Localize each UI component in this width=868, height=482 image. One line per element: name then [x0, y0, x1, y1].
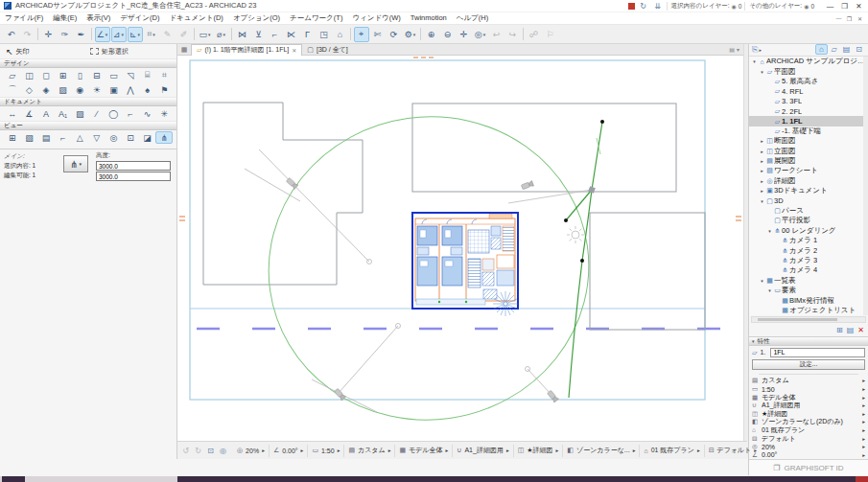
zoom-forward-button[interactable]: ↻: [192, 447, 204, 455]
interior-elevation-tool[interactable]: ▽: [88, 131, 106, 144]
camera-settings-button[interactable]: ⋔▾: [63, 155, 88, 172]
elevation-marker-east[interactable]: [736, 217, 741, 220]
doc-restore-button[interactable]: ❐: [844, 15, 855, 22]
tree-item-camera-3[interactable]: ⋔ カメラ 3: [749, 256, 868, 265]
tree-story-1-selected[interactable]: ▱ 1. 1FL: [749, 116, 868, 126]
fit-in-window-button[interactable]: ⊡: [204, 447, 217, 455]
rebuild-button[interactable]: ⟳: [387, 27, 402, 42]
tree-story-2[interactable]: ▱ 2. 2FL: [749, 106, 868, 116]
quick-model-view-options[interactable]: ◫ ★詳細図 ▸: [513, 445, 563, 457]
tab-floor-plan[interactable]: ▱ (!) 1. 1階平面詳細図 [1. 1FL] ✕: [191, 44, 302, 56]
camera-tool[interactable]: ⋔: [155, 131, 173, 144]
pick-up-parameters-button[interactable]: ✑: [58, 27, 73, 42]
tree-folder-floor-plans[interactable]: ▾ ▱ 平面図: [749, 66, 868, 76]
tree-item-camera-1[interactable]: ⋔ カメラ 1: [749, 236, 868, 245]
door-tool[interactable]: ◫: [21, 69, 38, 81]
project-chooser-icon[interactable]: ⎘: [752, 45, 758, 55]
menu-design[interactable]: デザイン(D): [115, 13, 164, 23]
tab-options-icon[interactable]: ▤: [729, 46, 735, 53]
snap-references-toggle[interactable]: ⊿: [111, 27, 127, 42]
tree-item-perspective[interactable]: ▢ パース: [749, 206, 868, 216]
chevron-down-icon[interactable]: ▾: [737, 46, 739, 53]
object-tool[interactable]: ▣: [106, 83, 123, 96]
tree-vertical-scrollbar[interactable]: [863, 57, 868, 315]
menu-options[interactable]: オプション(O): [228, 13, 285, 23]
roof-tool[interactable]: ◹: [122, 69, 139, 81]
tree-story-5[interactable]: ▱ 5. 最高高さ: [749, 77, 868, 86]
restore-button[interactable]: ❐: [837, 0, 852, 11]
marquee-method-button[interactable]: ▭: [198, 27, 213, 42]
resize-button[interactable]: ◳: [317, 27, 332, 42]
elevation-tool[interactable]: △: [71, 131, 88, 144]
menu-file[interactable]: ファイル(F): [0, 13, 48, 23]
intersect-button[interactable]: ⋉: [284, 27, 299, 42]
send-changes-icon[interactable]: ↻: [638, 2, 649, 11]
tree-item-camera-4[interactable]: ⋔ カメラ 4: [749, 265, 868, 275]
menu-edit[interactable]: 編集(E): [48, 13, 82, 23]
window-tool[interactable]: ◻: [37, 69, 55, 81]
quick-renovation-filter[interactable]: ⌂ 01 既存プラン ▸: [639, 445, 703, 457]
trim-button[interactable]: ⋈: [235, 27, 250, 42]
navigator-new-folder-button[interactable]: ▤: [847, 326, 855, 334]
guide-line-button[interactable]: ✎: [160, 27, 176, 42]
explore-button[interactable]: ☍: [527, 27, 542, 42]
zoom-in-button[interactable]: ⊕: [424, 27, 439, 42]
grid-snap-toggle[interactable]: ⌗: [144, 27, 159, 42]
menu-view[interactable]: 表示(V): [82, 13, 115, 23]
fill-tool[interactable]: ▨: [71, 107, 88, 120]
dimension-tool[interactable]: ↔: [4, 107, 21, 120]
tree-folder-interior-elevations[interactable]: ▸ ▤ 展開図: [749, 156, 868, 166]
detail-tool[interactable]: ◎: [106, 131, 123, 144]
selected-layers-group[interactable]: 選択内容のレイヤー: ◉ 0: [667, 2, 742, 11]
quick-orientation[interactable]: ∠ 0.00° ▸: [269, 445, 307, 457]
eraser-button[interactable]: ✄: [370, 27, 386, 42]
inject-parameters-button[interactable]: ✒: [74, 27, 89, 42]
marquee-select-tool[interactable]: 矩形選択: [90, 47, 171, 57]
prop-orientation[interactable]: ∠ 0.00° ▸: [749, 450, 868, 459]
tree-folder-3d-documents[interactable]: ▸ ▣ 3Dドキュメント: [749, 186, 868, 195]
section-tool[interactable]: ⌐: [55, 131, 72, 144]
snap-points-toggle[interactable]: ⊾: [128, 27, 143, 42]
floor-plan-canvas[interactable]: [177, 56, 743, 441]
quick-dimension-style[interactable]: ⊟ デフォルト ▸: [704, 445, 761, 457]
tree-story-4[interactable]: ▱ 4. RFL: [749, 86, 868, 96]
zoom-out-button[interactable]: ⊖: [440, 27, 456, 42]
morph-tool[interactable]: ◇: [21, 83, 38, 96]
tree-story-3[interactable]: ▱ 3. 3FL: [749, 97, 868, 106]
pan-button[interactable]: ✛: [457, 27, 472, 42]
zone-tool[interactable]: ◈: [37, 83, 55, 96]
toolbox-section-design[interactable]: デザイン: [0, 58, 176, 68]
settings-button[interactable]: 設定...: [752, 359, 865, 370]
beam-tool[interactable]: ⊟: [88, 69, 106, 81]
drawing-tool[interactable]: ▤: [37, 131, 55, 144]
text-tool[interactable]: A: [37, 107, 55, 120]
zoom-to-selection-button[interactable]: ⌖: [354, 27, 369, 42]
properties-header[interactable]: ▾ 特性: [749, 336, 868, 346]
tab-close-icon[interactable]: ✕: [292, 47, 296, 54]
marker-tool[interactable]: ⚑: [155, 83, 173, 96]
prop-dimension-style[interactable]: ⊟ デフォルト ▸: [749, 434, 868, 443]
target-height-input[interactable]: [96, 172, 171, 181]
camera-height-input[interactable]: [96, 161, 171, 171]
prop-zoom[interactable]: ◎ 20% ▸: [749, 443, 868, 451]
detail-floor-plan[interactable]: [412, 213, 518, 316]
receive-changes-icon[interactable]: ⇊: [652, 2, 664, 11]
cutting-plane-tool[interactable]: ◪: [139, 131, 156, 144]
tree-horizontal-scrollbar[interactable]: [751, 316, 866, 323]
worksheet-tool[interactable]: ⊡: [122, 131, 139, 144]
quick-zoom[interactable]: ◎ 20% ▸: [233, 445, 269, 457]
quick-layer-combination[interactable]: ▤ カスタム ▸: [343, 445, 394, 457]
previous-view-button[interactable]: ↩: [489, 27, 504, 42]
adjust-button[interactable]: ⌐: [268, 27, 283, 42]
snap-guides-toggle[interactable]: ∠: [95, 27, 110, 42]
menu-window[interactable]: ウィンドウ(W): [347, 13, 405, 23]
tree-item-bimx-publish[interactable]: ▦ BIMx発行情報: [749, 295, 868, 305]
zoom-options-button[interactable]: ◎: [473, 27, 488, 42]
tree-tool[interactable]: ♠: [139, 83, 156, 96]
tree-story-minus1[interactable]: ▱ -1. 基礎下端: [749, 126, 868, 136]
wall-tool[interactable]: ▱: [4, 69, 21, 81]
truss-tool[interactable]: ⋀: [122, 83, 139, 96]
quick-scale[interactable]: ▭ 1:50 ▸: [307, 445, 343, 457]
fillet-button[interactable]: Γ: [300, 27, 316, 42]
navigator-clone-button[interactable]: ⊞: [836, 326, 843, 334]
